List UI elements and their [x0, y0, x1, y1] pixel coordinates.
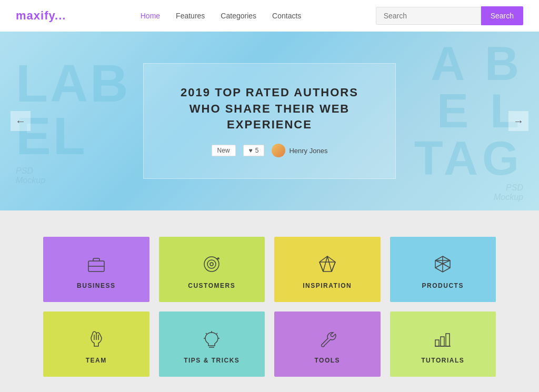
nav-features[interactable]: Features [176, 12, 205, 20]
svg-line-26 [216, 333, 217, 334]
svg-rect-29 [446, 334, 450, 346]
hero-arrow-left[interactable]: ← [11, 111, 31, 131]
avatar [272, 144, 285, 157]
category-tutorials[interactable]: TUTORIALS [390, 311, 496, 377]
nav-home[interactable]: Home [141, 12, 160, 20]
svg-line-9 [320, 262, 323, 272]
category-tools-label: TOOLS [314, 357, 340, 364]
category-tools[interactable]: TOOLS [274, 311, 381, 377]
category-products-label: PRODUCTS [422, 282, 464, 289]
category-tips-tricks-label: TIPS & TRICKS [184, 357, 239, 364]
svg-line-14 [435, 264, 443, 268]
likes-count: 5 [255, 147, 259, 154]
svg-line-16 [435, 260, 443, 264]
category-products[interactable]: PRODUCTS [390, 237, 496, 302]
search-button[interactable]: Search [481, 6, 523, 25]
category-customers-label: CUSTOMERS [188, 282, 235, 289]
svg-line-15 [443, 264, 450, 268]
logo-text: maxify [16, 9, 55, 22]
category-tutorials-label: TUTORIALS [421, 357, 464, 364]
category-team-label: TEAM [86, 357, 107, 364]
svg-line-10 [332, 262, 335, 272]
hero-bg-left: LAB EL PSDMockup [16, 32, 131, 210]
logo[interactable]: maxify... [16, 9, 66, 23]
svg-rect-27 [435, 340, 439, 346]
chart-icon [431, 327, 454, 350]
hero-title: 2019 TOP RATED AUTHORS WHO SHARE THEIR W… [170, 85, 369, 133]
hero-new-tag[interactable]: New [212, 145, 236, 156]
category-tips-tricks[interactable]: TIPS & TRICKS [159, 311, 265, 377]
categories-grid: BUSINESS CUSTOMERS INSPIRATION PRODUCTS [43, 237, 496, 377]
category-business[interactable]: BUSINESS [43, 237, 149, 302]
heart-icon: ♥ [249, 147, 253, 154]
cube-icon [431, 253, 454, 276]
main-nav: Home Features Categories Contacts [141, 12, 302, 20]
hero-meta: New ♥ 5 Henry Jones [170, 144, 369, 157]
header: maxify... Home Features Categories Conta… [0, 0, 539, 32]
category-business-label: BUSINESS [77, 282, 115, 289]
bulb-icon [200, 327, 223, 350]
category-team[interactable]: TEAM [43, 311, 149, 377]
svg-line-17 [443, 260, 450, 264]
hero-bg-right: A B E L TAG PSDMockup [414, 32, 523, 210]
author-name: Henry Jones [289, 147, 327, 155]
category-customers[interactable]: CUSTOMERS [159, 237, 265, 302]
target-icon [200, 253, 223, 276]
svg-point-4 [210, 263, 213, 266]
hero-arrow-right[interactable]: → [508, 111, 528, 131]
briefcase-icon [85, 253, 108, 276]
svg-rect-28 [441, 337, 444, 346]
search-input[interactable] [376, 7, 481, 25]
hand-icon [85, 327, 108, 350]
category-inspiration[interactable]: INSPIRATION [274, 237, 381, 302]
hero-banner: LAB EL PSDMockup A B E L TAG PSDMockup ←… [0, 32, 539, 210]
hero-author: Henry Jones [272, 144, 327, 157]
category-inspiration-label: INSPIRATION [303, 282, 352, 289]
svg-marker-5 [320, 256, 335, 272]
nav-categories[interactable]: Categories [221, 12, 256, 20]
search-wrap: Search [376, 6, 523, 25]
svg-point-3 [207, 260, 216, 268]
hero-card: 2019 TOP RATED AUTHORS WHO SHARE THEIR W… [143, 63, 396, 179]
diamond-icon [316, 253, 339, 276]
logo-dots: ... [55, 9, 66, 22]
nav-contacts[interactable]: Contacts [272, 12, 301, 20]
svg-line-25 [206, 333, 207, 334]
categories-section: BUSINESS CUSTOMERS INSPIRATION PRODUCTS [0, 210, 539, 392]
hero-likes: ♥ 5 [243, 145, 265, 156]
wrench-icon [316, 327, 339, 350]
